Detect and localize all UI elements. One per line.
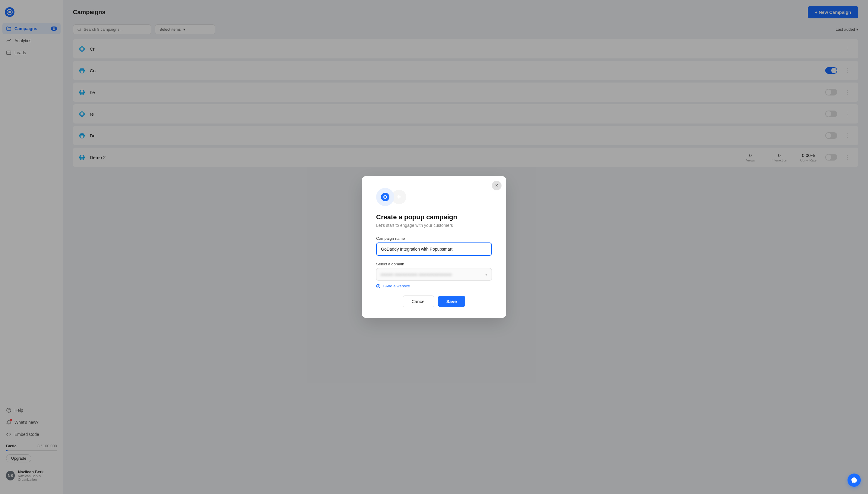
svg-point-11	[384, 196, 386, 198]
campaign-name-group: Campaign name	[376, 236, 492, 256]
campaign-name-label: Campaign name	[376, 236, 492, 241]
create-campaign-modal: × + Create a popup campaign Let's start …	[362, 176, 506, 318]
modal-subtitle: Let's start to engage with your customer…	[376, 223, 492, 228]
chat-icon	[851, 477, 857, 483]
add-website-icon	[376, 284, 380, 288]
chat-fab-button[interactable]	[848, 474, 861, 487]
add-website-link[interactable]: + Add a website	[376, 284, 492, 288]
modal-icon-group: +	[376, 188, 492, 206]
domain-value: ●●●●● ●●●●●●●●● ●●●●●●●●●●●●●	[381, 272, 452, 277]
modal-close-button[interactable]: ×	[492, 181, 501, 190]
save-button[interactable]: Save	[438, 296, 465, 307]
domain-group: Select a domain ●●●●● ●●●●●●●●● ●●●●●●●●…	[376, 262, 492, 288]
modal-overlay[interactable]: × + Create a popup campaign Let's start …	[0, 0, 868, 494]
modal-title: Create a popup campaign	[376, 213, 492, 221]
domain-label: Select a domain	[376, 262, 492, 266]
add-website-label: + Add a website	[382, 284, 410, 288]
domain-select-dropdown[interactable]: ●●●●● ●●●●●●●●● ●●●●●●●●●●●●● ▾	[376, 268, 492, 281]
domain-chevron-icon: ▾	[485, 272, 487, 277]
cancel-button[interactable]: Cancel	[403, 296, 434, 307]
campaign-name-input[interactable]	[376, 243, 492, 256]
modal-actions: Cancel Save	[376, 296, 492, 307]
modal-logo-icon	[376, 188, 394, 206]
